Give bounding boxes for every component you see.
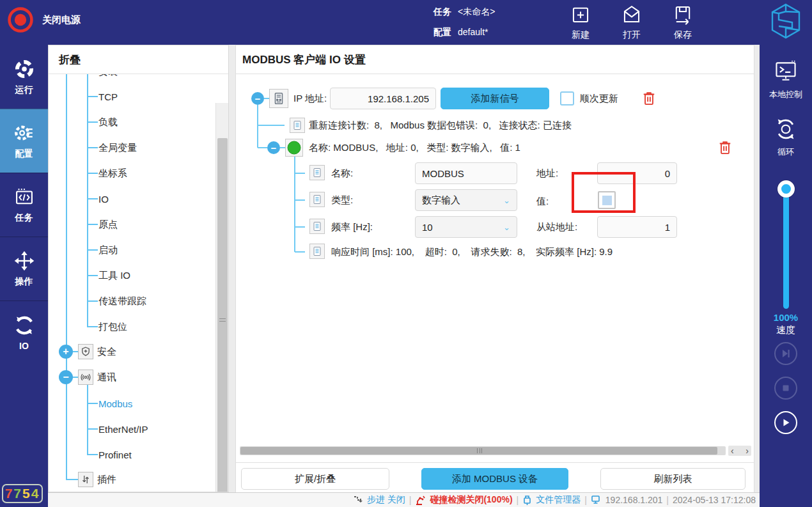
connection-stats: 重新连接计数: 8, Modbus 数据包错误: 0, 连接状态: 已连接 bbox=[309, 119, 572, 132]
sidebar-item-task[interactable]: 任务 bbox=[0, 173, 48, 237]
horizontal-scrollbar-thumb[interactable] bbox=[240, 447, 717, 455]
network-icon bbox=[591, 495, 602, 505]
tree-item-modbus[interactable]: Modbus bbox=[49, 391, 212, 416]
sidebar-item-config[interactable]: 配置 bbox=[0, 109, 48, 173]
power-icon bbox=[6, 6, 35, 34]
delete-device-button[interactable] bbox=[642, 91, 656, 107]
config-tree-panel: 折叠 安装 TCP 负载 全局变量 坐标系 IO 原点 启动 工具 IO bbox=[48, 45, 229, 492]
new-file-icon bbox=[570, 4, 591, 26]
tree-item-payload[interactable]: 负载 bbox=[49, 109, 212, 135]
datetime: 2024-05-13 17:12:08 bbox=[673, 495, 756, 505]
add-signal-button[interactable]: 添加新信号 bbox=[441, 88, 549, 109]
tree-scrollbar[interactable] bbox=[215, 103, 228, 492]
step-mode-status[interactable]: 步进 关闭 bbox=[367, 494, 405, 506]
save-button[interactable]: 保存 bbox=[662, 4, 703, 41]
file-manager-link[interactable]: 文件管理器 bbox=[536, 494, 581, 506]
tree-item-ethernet-ip[interactable]: EtherNet/IP bbox=[49, 416, 212, 442]
run-icon bbox=[13, 58, 35, 80]
speed-percent: 100% bbox=[760, 312, 812, 323]
brand-logo-icon bbox=[769, 3, 803, 40]
top-bar: 关闭电源 任务<未命名> 配置default* 新建 打开 保存 bbox=[0, 0, 812, 45]
shield-icon bbox=[78, 344, 93, 359]
value-label: 值: bbox=[536, 195, 549, 208]
tree-item-tcp[interactable]: TCP bbox=[49, 84, 212, 109]
slave-address-input[interactable] bbox=[597, 216, 677, 238]
tree-item-home[interactable]: 原点 bbox=[49, 212, 212, 237]
local-control-button[interactable]: 本地控制 bbox=[760, 59, 812, 100]
sidebar-item-io[interactable]: IO bbox=[0, 300, 48, 364]
new-button[interactable]: 新建 bbox=[560, 4, 601, 41]
document-icon bbox=[309, 165, 325, 180]
chevron-down-icon: ⌄ bbox=[503, 222, 510, 232]
tree-scrollbar-thumb[interactable] bbox=[217, 138, 228, 492]
refresh-list-button[interactable]: 刷新列表 bbox=[600, 468, 746, 490]
device-collapse-icon[interactable]: − bbox=[251, 92, 264, 105]
modbus-settings-panel: MODBUS 客户端 IO 设置 − IP 地址: 添加新信号 顺次更新 重新连… bbox=[235, 45, 754, 492]
tree-item-io[interactable]: IO bbox=[49, 186, 212, 212]
tree-item-tool-io[interactable]: 工具 IO bbox=[49, 263, 212, 288]
task-name: 任务<未命名> bbox=[433, 6, 495, 18]
tree-item-communication[interactable]: − 通讯 bbox=[49, 364, 212, 390]
tree-item-global-vars[interactable]: 全局变量 bbox=[49, 135, 212, 160]
document-icon bbox=[290, 118, 305, 133]
tree-item-safety[interactable]: + 安全 bbox=[49, 339, 212, 364]
stop-button[interactable] bbox=[774, 377, 797, 400]
type-dropdown[interactable]: 数字输入 ⌄ bbox=[415, 189, 517, 211]
scroll-left-icon[interactable]: ‹ bbox=[731, 446, 734, 456]
tree-item-startup[interactable]: 启动 bbox=[49, 237, 212, 263]
speed-slider-knob[interactable] bbox=[777, 180, 795, 198]
power-button[interactable] bbox=[6, 6, 35, 34]
add-modbus-device-button[interactable]: 添加 MODBUS 设备 bbox=[421, 468, 568, 490]
ip-label: IP 地址: bbox=[293, 92, 327, 105]
collapse-header[interactable]: 折叠 bbox=[49, 45, 228, 74]
speed-slider-track[interactable] bbox=[783, 191, 789, 309]
horizontal-scrollbar[interactable] bbox=[240, 446, 726, 455]
loop-button[interactable]: 循环 bbox=[760, 116, 812, 158]
code-window-icon bbox=[13, 186, 35, 208]
signal-status-icon bbox=[285, 139, 303, 157]
document-icon bbox=[309, 244, 325, 259]
tree-item-pack-position[interactable]: 打包位 bbox=[49, 314, 212, 339]
sidebar-item-operate[interactable]: 操作 bbox=[0, 237, 48, 300]
frequency-dropdown[interactable]: 10 ⌄ bbox=[415, 216, 517, 238]
trash-icon bbox=[642, 91, 656, 106]
footer-toolbar: 扩展/折叠 添加 MODBUS 设备 刷新列表 bbox=[236, 462, 754, 493]
response-stats: 响应时间 [ms]: 100, 超时: 0, 请求失败: 8, 实际频率 [Hz… bbox=[331, 246, 613, 258]
collision-detect-status[interactable]: 碰撞检测关闭(100%) bbox=[430, 494, 512, 506]
sequential-update-label: 顺次更新 bbox=[580, 92, 618, 105]
frequency-label: 频率 [Hz]: bbox=[331, 221, 373, 233]
collapse-minus-icon[interactable]: − bbox=[59, 370, 73, 384]
io-cycle-icon bbox=[13, 315, 35, 336]
expand-collapse-button[interactable]: 扩展/折叠 bbox=[241, 468, 389, 490]
delete-signal-button[interactable] bbox=[718, 140, 732, 157]
tree-item-conveyor[interactable]: 传送带跟踪 bbox=[49, 288, 212, 314]
scroll-right-icon[interactable]: › bbox=[746, 446, 749, 456]
collision-detect-icon bbox=[415, 495, 426, 506]
signal-summary: 名称: MODBUS, 地址: 0, 类型: 数字输入, 值: 1 bbox=[309, 141, 520, 154]
expand-plus-icon[interactable]: + bbox=[59, 345, 73, 359]
name-input[interactable] bbox=[415, 162, 517, 184]
left-sidebar: 运行 配置 任务 操作 IO 7 7 bbox=[0, 45, 48, 507]
tree-item-plugin[interactable]: 插件 bbox=[49, 467, 212, 492]
ip-input[interactable] bbox=[330, 88, 436, 109]
tree-item-install[interactable]: 安装 bbox=[49, 74, 212, 84]
signal-collapse-icon[interactable]: − bbox=[267, 141, 280, 154]
sidebar-item-run[interactable]: 运行 bbox=[0, 45, 48, 109]
config-name: 配置default* bbox=[433, 27, 488, 38]
open-button[interactable]: 打开 bbox=[611, 4, 652, 41]
tree-item-profinet[interactable]: Profinet bbox=[49, 442, 212, 467]
play-button[interactable] bbox=[774, 411, 797, 434]
status-bar: 步进 关闭 | 碰撞检测关闭(100%) | 文件管理器 | 192.168.1… bbox=[48, 492, 760, 507]
move-arrows-icon bbox=[13, 250, 35, 272]
tree-item-coordinate[interactable]: 坐标系 bbox=[49, 160, 212, 186]
sequential-update-checkbox[interactable] bbox=[560, 91, 574, 105]
power-label: 关闭电源 bbox=[42, 14, 81, 26]
config-tree: 安装 TCP 负载 全局变量 坐标系 IO 原点 启动 工具 IO 传送带跟踪 bbox=[49, 74, 228, 492]
green-circle-icon bbox=[287, 141, 301, 155]
step-mode-icon bbox=[353, 495, 363, 505]
robot-ip: 192.168.1.201 bbox=[605, 495, 663, 505]
skip-next-icon bbox=[781, 348, 791, 359]
step-next-button[interactable] bbox=[774, 342, 797, 365]
speed-label: 速度 bbox=[760, 324, 812, 336]
play-icon bbox=[781, 417, 791, 428]
